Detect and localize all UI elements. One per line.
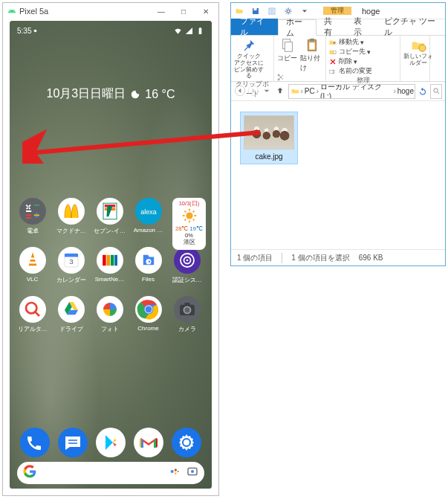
breadcrumb[interactable]: › PC› ローカル ディスク (L:)› hoge xyxy=(288,84,415,99)
crumb-pc[interactable]: PC xyxy=(304,87,316,95)
ribbon-cut[interactable] xyxy=(276,73,323,82)
app-camera[interactable]: カメラ xyxy=(170,296,204,333)
svg-point-52 xyxy=(287,10,290,13)
status-size: 696 KB xyxy=(359,254,383,262)
tab-home[interactable]: ホーム xyxy=(278,19,316,36)
svg-point-48 xyxy=(191,470,194,473)
svg-rect-61 xyxy=(330,70,335,73)
lens-icon[interactable] xyxy=(181,466,198,480)
svg-rect-56 xyxy=(310,39,314,42)
svg-point-43 xyxy=(171,470,174,473)
svg-point-62 xyxy=(419,45,426,51)
tab-file[interactable]: ファイル xyxy=(231,19,278,35)
explorer-window: 管理 hoge ファイル ホーム 共有 表示 ピクチャ ツール クイック アクセ… xyxy=(230,2,446,266)
ribbon-moveto[interactable]: 移動先 ▾ xyxy=(328,37,397,47)
folder-small-icon xyxy=(290,86,299,96)
dock-play[interactable] xyxy=(96,428,126,457)
google-g-icon xyxy=(23,465,36,481)
app-photos[interactable]: フォト xyxy=(93,296,126,333)
app-smartnews[interactable]: SmartNe… xyxy=(93,247,126,284)
minimize-button[interactable]: — xyxy=(150,3,172,19)
assistant-icon[interactable] xyxy=(163,466,181,480)
svg-point-0 xyxy=(34,29,37,32)
svg-point-2 xyxy=(19,198,46,225)
drop-cursor xyxy=(25,151,35,167)
file-name: cake.jpg xyxy=(255,152,282,161)
ribbon-tabs: ファイル ホーム 共有 表示 ピクチャ ツール xyxy=(231,19,445,36)
svg-point-24 xyxy=(19,296,46,323)
tab-view[interactable]: 表示 xyxy=(346,19,377,35)
nav-history-icon[interactable] xyxy=(261,85,273,98)
dock-phone[interactable] xyxy=(20,428,50,457)
ribbon-copy[interactable]: コピー xyxy=(276,37,298,73)
svg-point-65 xyxy=(433,88,438,93)
refresh-icon[interactable] xyxy=(418,86,428,97)
svg-point-42 xyxy=(184,440,189,445)
app-alexa[interactable]: alexa Amazon … xyxy=(132,198,165,235)
app-seven[interactable]: セブン-イ… xyxy=(93,198,126,235)
dock-settings[interactable] xyxy=(172,428,201,457)
nav-forward-icon[interactable] xyxy=(247,85,259,98)
app-chrome[interactable]: Chrome xyxy=(132,296,165,333)
signal-icon xyxy=(185,27,193,35)
maximize-button[interactable]: □ xyxy=(172,3,195,19)
crumb-folder[interactable]: hoge xyxy=(397,87,415,95)
ribbon-copyto[interactable]: コピー先 ▾ xyxy=(328,47,397,57)
dock-gmail[interactable] xyxy=(134,428,163,457)
ribbon-rename[interactable]: 名前の変更 xyxy=(328,66,397,76)
file-thumbnail xyxy=(244,115,294,149)
emulator-screen[interactable]: 5:35 10月3日日曜日 16 °C 電卓 xyxy=(10,21,212,489)
crumb-disk[interactable]: ローカル ディスク (L:) xyxy=(319,84,392,99)
tab-share[interactable]: 共有 xyxy=(316,19,347,35)
tab-picture-tools[interactable]: ピクチャ ツール xyxy=(377,19,445,35)
date-weather-row[interactable]: 10月3日日曜日 16 °C xyxy=(10,86,212,102)
svg-text:alexa: alexa xyxy=(140,208,157,216)
app-calendar[interactable]: 3カレンダー xyxy=(54,247,88,284)
svg-point-44 xyxy=(175,469,177,471)
weather-place: 港区 xyxy=(184,239,195,246)
explorer-window-title: hoge xyxy=(362,7,380,16)
search-box[interactable] xyxy=(430,84,442,99)
nav-up-icon[interactable] xyxy=(274,85,286,98)
sun-icon xyxy=(181,207,198,225)
weather-pop: 0% xyxy=(185,232,193,239)
svg-point-45 xyxy=(175,472,177,474)
context-tab-header: 管理 xyxy=(323,7,351,15)
ribbon-pin[interactable]: クイック アクセスにピン留めする xyxy=(233,37,264,80)
home-temp: 16 °C xyxy=(145,88,175,101)
emulator-window: Pixel 5a — □ ✕ 5:35 10月3日日曜日 16 °C xyxy=(2,2,219,496)
battery-icon xyxy=(196,27,204,35)
app-realtime[interactable]: リアルタ… xyxy=(16,296,49,333)
nav-back-icon[interactable] xyxy=(234,85,246,98)
svg-point-8 xyxy=(186,212,192,219)
emulator-titlebar[interactable]: Pixel 5a — □ ✕ xyxy=(3,3,218,19)
android-status-bar: 5:35 xyxy=(10,24,212,37)
app-files[interactable]: Files xyxy=(132,247,165,284)
app-drive[interactable]: ドライブ xyxy=(54,296,88,333)
android-icon xyxy=(7,7,16,16)
ribbon-paste[interactable]: 貼り付け xyxy=(300,37,323,73)
status-dot-icon xyxy=(31,27,39,35)
wifi-icon xyxy=(174,27,182,35)
svg-point-35 xyxy=(184,307,189,312)
app-vlc[interactable]: VLC xyxy=(16,247,49,284)
status-bar: 1 個の項目 1 個の項目を選択 696 KB xyxy=(231,249,445,265)
google-search-bar[interactable] xyxy=(17,462,204,484)
app-mcdonalds[interactable]: マクドナ… xyxy=(54,198,88,235)
svg-rect-54 xyxy=(285,42,292,51)
ribbon-delete[interactable]: 削除 ▾ xyxy=(328,57,397,66)
close-button[interactable]: ✕ xyxy=(195,3,217,19)
svg-rect-60 xyxy=(334,51,337,54)
dock xyxy=(16,428,206,457)
svg-rect-50 xyxy=(254,8,257,10)
weather-widget[interactable]: 10/3(日) 28℃ 19℃ 0% 港区 xyxy=(172,198,206,250)
dock-messages[interactable] xyxy=(58,428,88,457)
app-calculator[interactable]: 電卓 xyxy=(16,198,49,235)
home-date: 10月3日日曜日 xyxy=(47,86,126,102)
svg-rect-16 xyxy=(110,255,114,265)
file-item-cake[interactable]: cake.jpg xyxy=(240,112,298,164)
file-pane[interactable]: cake.jpg xyxy=(231,103,445,249)
svg-point-26 xyxy=(58,296,85,323)
app-auth[interactable]: 認証シス… xyxy=(170,247,204,284)
ribbon-newfolder[interactable]: 新しいフォルダー xyxy=(403,37,434,67)
